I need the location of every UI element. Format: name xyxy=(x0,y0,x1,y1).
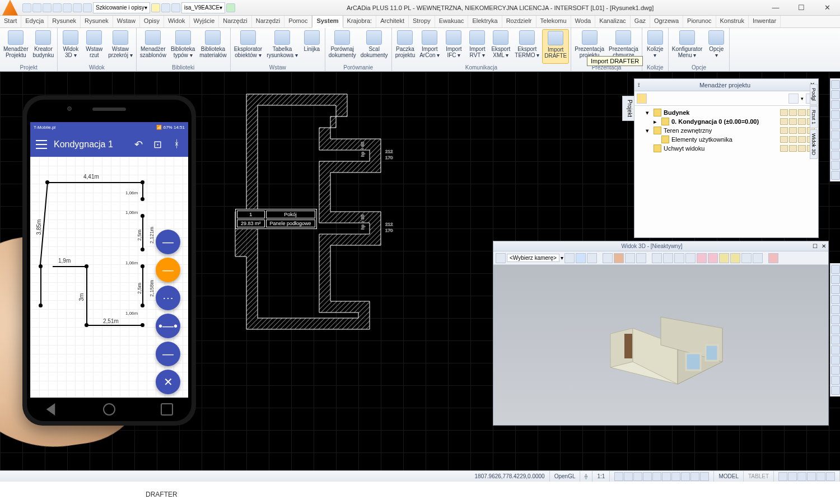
tree-node-level[interactable]: ▸0. Kondygnacja 0 (±0.00=0.00) xyxy=(638,117,815,126)
zoom-window-icon[interactable] xyxy=(831,110,840,119)
layer-flag-icon[interactable] xyxy=(789,127,797,134)
qat-new-icon[interactable] xyxy=(22,3,31,12)
eye-icon[interactable] xyxy=(831,161,840,170)
v3d-btn15-icon[interactable] xyxy=(753,253,763,263)
snap1-icon[interactable] xyxy=(614,472,623,481)
view3d-close-icon[interactable]: ✕ xyxy=(819,243,828,249)
ribbon-btn-opcje[interactable]: Opcje▾ xyxy=(705,29,727,64)
tool-f-icon[interactable] xyxy=(831,315,840,324)
tool-h-icon[interactable] xyxy=(831,335,840,344)
menu-pomoc[interactable]: Pomoc xyxy=(284,16,312,27)
snap8-icon[interactable] xyxy=(681,472,690,481)
layer-flag-icon[interactable] xyxy=(798,145,806,152)
pm-filter-icon[interactable] xyxy=(788,94,799,104)
ribbon-btn-kolizje[interactable]: Kolizje▾ xyxy=(644,29,666,64)
v3d-btn12-icon[interactable] xyxy=(719,253,729,263)
layer-flag-icon[interactable] xyxy=(780,127,788,134)
tool-a-icon[interactable] xyxy=(831,265,840,274)
qat-sun-icon[interactable] xyxy=(161,3,170,12)
menu-konstrukcja[interactable]: Konstruk xyxy=(716,16,749,27)
close-button[interactable]: ✕ xyxy=(814,0,840,16)
qat-undo-icon[interactable] xyxy=(63,3,72,12)
end1-icon[interactable] xyxy=(778,472,787,481)
v3d-btn4-icon[interactable] xyxy=(603,253,613,263)
tool-i-icon[interactable] xyxy=(831,346,840,354)
menu-elektryka[interactable]: Elektryka xyxy=(468,16,502,27)
pan-icon[interactable] xyxy=(831,120,840,129)
layer-flag-icon[interactable] xyxy=(798,127,806,134)
tool-c-icon[interactable] xyxy=(831,285,840,294)
qat-redo-icon[interactable] xyxy=(73,3,82,12)
layer-flag-icon[interactable] xyxy=(780,136,788,143)
status-model[interactable]: MODEL xyxy=(714,471,744,482)
qat-layer-combo[interactable]: isa_V9EA3CE ▾ xyxy=(181,2,225,13)
end2-icon[interactable] xyxy=(788,472,797,481)
ribbon-btn-eksplorator[interactable]: Eksploratorobiektów ▾ xyxy=(232,29,264,64)
snap2-icon[interactable] xyxy=(624,472,633,481)
tool-l-icon[interactable] xyxy=(831,376,840,385)
ribbon-btn-linijka[interactable]: Linijka xyxy=(301,29,323,64)
tool-j-icon[interactable] xyxy=(831,356,840,365)
ribbon-btn-scal[interactable]: Scaldokumenty xyxy=(359,29,390,64)
menu-piorunochron[interactable]: Piorunoc xyxy=(683,16,716,27)
menu-ewakuacja[interactable]: Ewakuac xyxy=(435,16,469,27)
qat-open-icon[interactable] xyxy=(32,3,41,12)
menu-krajobraz[interactable]: Krajobra: xyxy=(343,16,377,27)
layer-flag-icon[interactable] xyxy=(789,118,797,125)
ribbon-btn-menadżer[interactable]: Menadżerszablonów xyxy=(138,29,168,64)
ribbon-btn-menadżer[interactable]: MenadżerProjektu xyxy=(2,29,30,64)
v3d-camera-combo[interactable]: <Wybierz kamerę> xyxy=(507,254,559,262)
menu-kanalizacja[interactable]: Kanalizac xyxy=(595,16,631,27)
ribbon-btn-eksport[interactable]: EksportTERMO ▾ xyxy=(513,29,541,64)
tool-g-icon[interactable] xyxy=(831,325,840,334)
tree-node-terrain[interactable]: ▾Teren zewnętrzny xyxy=(638,126,815,135)
v3d-btn9-icon[interactable] xyxy=(685,253,696,263)
ribbon-btn-import[interactable]: ImportRVT ▾ xyxy=(466,29,488,64)
end4-icon[interactable] xyxy=(807,472,816,481)
layer-flag-icon[interactable] xyxy=(789,145,797,152)
menu-narzedzia[interactable]: Narzędzi xyxy=(219,16,251,27)
ribbon-btn-konfigurator[interactable]: KonfiguratorMenu ▾ xyxy=(670,29,704,64)
status-compass-icon[interactable]: ⟠ xyxy=(580,471,592,482)
tab-rzut1[interactable]: Rzut 1 xyxy=(810,106,818,128)
qat-lock-icon[interactable] xyxy=(171,3,180,12)
zoom-all-icon[interactable] xyxy=(831,130,840,139)
qat-brush-icon[interactable] xyxy=(83,3,92,12)
ribbon-btn-eksport[interactable]: EksportXML ▾ xyxy=(489,29,512,64)
menu-start[interactable]: Start xyxy=(0,16,21,27)
qat-bulb-icon[interactable] xyxy=(151,3,160,12)
v3d-btn3-icon[interactable] xyxy=(587,253,597,263)
tool-d-icon[interactable] xyxy=(831,295,840,304)
v3d-btn8-icon[interactable] xyxy=(674,253,684,263)
layer-flag-icon[interactable] xyxy=(798,118,806,125)
layer-flag-icon[interactable] xyxy=(780,109,788,116)
end3-icon[interactable] xyxy=(797,472,806,481)
ribbon-btn-porównaj[interactable]: Porównajdokumenty xyxy=(327,29,358,64)
status-scale[interactable]: 1:1 xyxy=(592,471,610,482)
layer-flag-icon[interactable] xyxy=(789,136,797,143)
menu-wyjscie[interactable]: Wyjście xyxy=(190,16,220,27)
menu-woda[interactable]: Woda xyxy=(571,16,596,27)
v3d-btn6-icon[interactable] xyxy=(652,253,662,263)
menu-wstaw[interactable]: Wstaw xyxy=(113,16,140,27)
menu-system[interactable]: System xyxy=(312,16,343,28)
zoom-out-icon[interactable] xyxy=(831,100,840,109)
menu-rysunek[interactable]: Rysunek xyxy=(48,16,81,27)
qat-workspace-combo[interactable]: Szkicowanie i opisy ▾ xyxy=(93,2,150,13)
snap10-icon[interactable] xyxy=(700,472,709,481)
project-side-tab[interactable]: Projekt xyxy=(622,96,634,121)
qat-print-icon[interactable] xyxy=(53,3,62,12)
tool-b-icon[interactable] xyxy=(831,275,840,284)
v3d-brick-icon[interactable] xyxy=(614,253,624,263)
tree-node-building[interactable]: ▾Budynek xyxy=(638,108,815,117)
ribbon-btn-kreator[interactable]: Kreatorbudynku xyxy=(31,29,55,64)
v3d-btn16-icon[interactable] xyxy=(768,253,778,263)
view3d-viewport[interactable] xyxy=(493,265,828,425)
menu-gaz[interactable]: Gaz xyxy=(631,16,650,27)
tree-node-view-handle[interactable]: Uchwyt widoku xyxy=(638,144,815,153)
layer-flag-icon[interactable] xyxy=(798,109,806,116)
ribbon-btn-tabelka[interactable]: Tabelkarysunkowa ▾ xyxy=(265,29,300,64)
menu-ogrzewanie[interactable]: Ogrzewa xyxy=(650,16,683,27)
layer-flag-icon[interactable] xyxy=(780,118,788,125)
v3d-btn13-icon[interactable] xyxy=(730,253,740,263)
